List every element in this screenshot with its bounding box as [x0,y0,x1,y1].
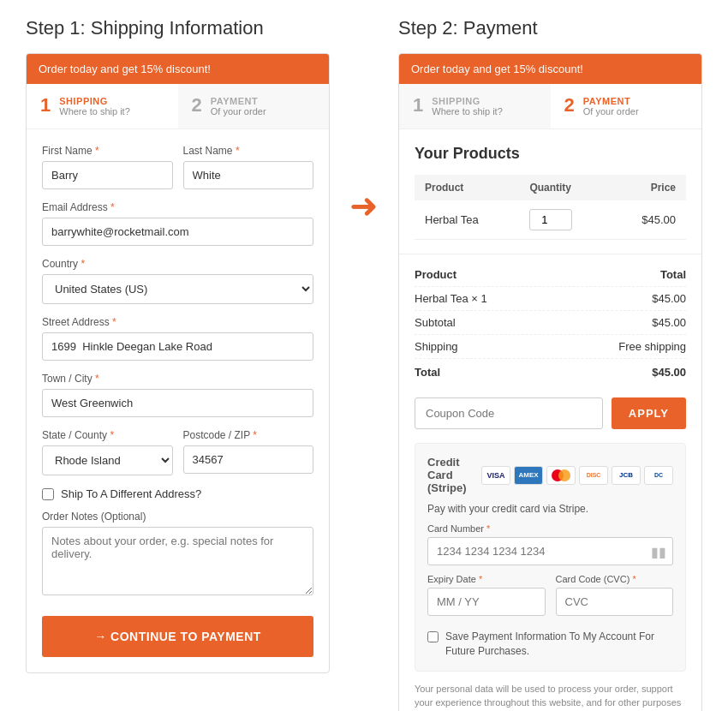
postcode-input[interactable] [183,445,314,474]
ship-diff-row: Ship To A Different Address? [42,487,313,500]
step1-nav-sub2: Of your order [211,106,266,117]
step1-column: Step 1: Shipping Information Order today… [17,17,338,673]
summary-value-2: $45.00 [652,316,686,329]
step1-num2: 2 [192,96,202,115]
summary-value-3: Free shipping [618,340,686,353]
qty-input[interactable] [529,209,572,230]
state-post-row: State / County * Rhode Island California… [42,429,313,475]
step2-nav-label1: SHIPPING [432,96,503,106]
email-label: Email Address * [42,201,313,213]
forward-arrow-icon: ➜ [349,188,379,223]
step2-title: Step 2: Payment [398,17,702,39]
products-table: Product Quantity Price Herbal Tea $45.00 [415,175,686,240]
save-payment-checkbox[interactable] [427,631,439,642]
first-name-input[interactable] [42,161,173,189]
step2-nav-payment[interactable]: 2 PAYMENT Of your order [551,84,702,128]
step2-column: Step 2: Payment Order today and get 15% … [390,17,711,711]
email-row: Email Address * [42,201,313,246]
expiry-label: Expiry Date * [427,574,546,584]
summary-label-1: Herbal Tea × 1 [415,292,487,305]
step1-nav-payment[interactable]: 2 PAYMENT Of your order [178,84,330,128]
cc-icons: VISA AMEX DISC JCB DC [481,466,673,485]
diners-icon: DC [644,466,673,485]
visa-icon: VISA [481,466,510,485]
step2-nav-sub1: Where to ship it? [432,106,503,117]
card-number-input[interactable] [427,537,673,565]
save-info-label[interactable]: Save Payment Information To My Account F… [445,630,673,659]
ship-diff-label[interactable]: Ship To A Different Address? [61,487,201,500]
arrow-divider: ➜ [338,17,390,223]
cc-expiry-cvc-row: Expiry Date * Card Code (CVC) * [427,574,673,624]
street-label: Street Address * [42,316,313,328]
city-group: Town / City * [42,373,313,417]
city-label: Town / City * [42,373,313,385]
expiry-input[interactable] [427,588,546,616]
summary-row-2: Subtotal $45.00 [415,311,686,335]
summary-row-3: Shipping Free shipping [415,335,686,359]
step1-nav-shipping[interactable]: 1 SHIPPING Where to ship it? [27,84,178,128]
stripe-note: Pay with your credit card via Stripe. [427,503,673,515]
card-number-label: Card Number * [427,523,673,534]
step1-nav-label: SHIPPING [59,96,130,106]
step2-nav-sub2: Of your order [583,106,639,117]
amex-icon: AMEX [514,466,543,485]
card-number-field: Card Number * ▮▮ [427,523,673,565]
step2-promo-banner: Order today and get 15% discount! [399,54,701,84]
save-info-row: Save Payment Information To My Account F… [427,630,673,659]
step2-nav-shipping[interactable]: 1 SHIPPING Where to ship it? [399,84,551,128]
summary-total-label: Total [415,366,440,379]
coupon-row: APPLY [399,384,701,443]
step1-box: Order today and get 15% discount! 1 SHIP… [26,53,330,673]
cvc-label: Card Code (CVC) * [556,574,674,584]
step1-title: Step 1: Shipping Information [26,17,330,39]
apply-button[interactable]: APPLY [612,397,686,429]
state-select[interactable]: Rhode Island California New York [42,445,173,475]
step2-num2: 2 [564,96,575,115]
email-group: Email Address * [42,201,313,246]
summary-total-value: $45.00 [652,366,686,379]
email-input[interactable] [42,218,313,246]
order-notes-label: Order Notes (Optional) [42,511,313,523]
country-select[interactable]: United States (US) Canada United Kingdom [42,274,313,304]
credit-card-section: Credit Card (Stripe) VISA AMEX DISC JCB … [415,443,686,672]
discover-icon: DISC [579,466,608,485]
last-name-input[interactable] [183,161,314,189]
street-group: Street Address * [42,316,313,361]
step1-nav-sub: Where to ship it? [59,106,130,117]
city-input[interactable] [42,389,313,417]
state-label: State / County * [42,429,173,441]
city-row: Town / City * [42,373,313,417]
summary-total-header: Total [660,268,686,281]
continue-button[interactable]: → CONTINUE TO PAYMENT [42,616,313,657]
cc-label: Credit Card (Stripe) [427,456,473,494]
country-label: Country * [42,258,313,270]
cvc-field: Card Code (CVC) * [556,574,674,616]
street-input[interactable] [42,332,313,361]
card-number-wrap: ▮▮ [427,537,673,565]
summary-row-1: Herbal Tea × 1 $45.00 [415,287,686,311]
step2-nav-label2: PAYMENT [583,96,639,106]
col-price: Price [609,175,686,200]
summary-total-row: Total $45.00 [415,359,686,384]
step1-promo-banner: Order today and get 15% discount! [27,54,329,84]
summary-header-row: Product Total [415,263,686,287]
summary-label-2: Subtotal [415,316,456,329]
mastercard-icon [546,466,576,485]
cc-header: Credit Card (Stripe) VISA AMEX DISC JCB … [427,456,673,494]
name-row: First Name * Last Name * [42,145,313,189]
step2-nav: 1 SHIPPING Where to ship it? 2 PAYMENT O… [399,84,701,129]
order-notes-group: Order Notes (Optional) [42,511,313,595]
ship-diff-checkbox[interactable] [42,488,54,500]
order-summary: Product Total Herbal Tea × 1 $45.00 Subt… [399,254,701,384]
postcode-group: Postcode / ZIP * [183,429,314,475]
jcb-icon: JCB [612,466,641,485]
svg-point-1 [558,469,570,481]
order-notes-input[interactable] [42,527,313,595]
summary-value-1: $45.00 [652,292,686,305]
first-name-label: First Name * [42,145,173,157]
col-product: Product [415,175,519,200]
col-quantity: Quantity [519,175,609,200]
postcode-label: Postcode / ZIP * [183,429,314,441]
coupon-input[interactable] [415,397,603,429]
cvc-input[interactable] [556,588,674,616]
